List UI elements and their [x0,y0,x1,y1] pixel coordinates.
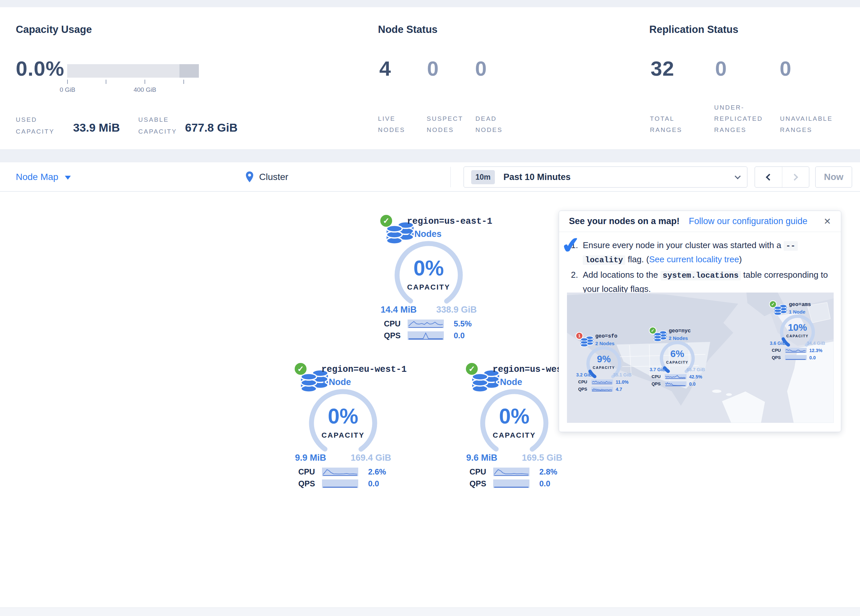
now-button[interactable]: Now [815,166,852,188]
total-capacity: 169.4 GiB [351,453,391,463]
used-capacity: 3.6 GiB [770,340,786,346]
dead-nodes-label: DEAD NODES [476,102,510,136]
cpu-value: 2.8% [539,467,557,476]
cpu-value: 42.5% [689,374,702,379]
node-map-canvas: ✓ region=us-east-1 2 Nodes 0% CAPACITY 1… [0,192,860,607]
code-locality-flag: -- [784,241,798,251]
total-ranges-count: 32 [651,56,674,80]
toolbar-divider [450,167,451,187]
locality-label: geo=ams [789,302,811,308]
live-nodes-label: LIVE NODES [378,102,409,136]
map-node-geo-ams[interactable]: ✓ geo=ams 1 Node 10% CAPACITY 3.6 GiB 34… [769,299,826,362]
cpu-label: CPU [578,379,587,384]
qps-value: 4.7 [616,387,622,392]
capacity-label: CAPACITY [287,431,399,440]
close-icon[interactable]: ✕ [824,216,831,227]
node-map-dashboard: Capacity Usage 0.0% 0 GiB 400 GiB USED C… [0,0,860,616]
locality-label: geo=nyc [669,328,691,334]
total-capacity: 338.9 GiB [436,305,477,315]
capacity-label: CAPACITY [458,431,570,440]
step-text: Add locations to the [583,270,661,280]
used-capacity: 9.6 MiB [466,453,497,463]
axis-tick-label: 0 GiB [48,86,87,94]
step-text: table corresponding to [741,270,828,280]
axis-tick [106,80,106,84]
capacity-label: CAPACITY [576,365,632,370]
time-range-select[interactable]: 10m Past 10 Minutes [464,166,747,188]
capacity-percent: 0% [458,404,570,428]
capacity-label: CAPACITY [373,283,485,292]
region-card-eu-west-1[interactable]: ✓ region=eu-west-1 1 Node 0% CAPACITY 9.… [287,362,399,491]
cpu-label: CPU [772,348,781,353]
unavailable-label: UNAVAILABLE RANGES [780,102,841,136]
view-dropdown[interactable]: Node Map [16,162,71,192]
map-node-geo-nyc[interactable]: ✓ geo=nyc 2 Nodes 6% CAPACITY 3.7 GiB 65… [649,326,706,389]
capacity-label: CAPACITY [649,361,706,364]
qps-value: 0.0 [809,355,816,361]
popup-title: See your nodes on a map! [569,216,680,226]
capacity-percent: 0% [287,404,399,428]
usable-capacity-value: 677.8 GiB [185,121,238,134]
locality-setup-popup: See your nodes on a map! Follow our conf… [559,211,841,432]
replication-status-title: Replication Status [649,24,738,36]
capacity-bar-reserved [179,64,199,78]
step-text: ) [739,254,742,264]
configuration-guide-link[interactable]: Follow our configuration guide [689,216,824,226]
qps-sparkline [785,355,807,360]
cpu-value: 12.3% [809,348,822,353]
cpu-sparkline [785,348,807,353]
cpu-label: CPU [298,467,315,476]
breadcrumb[interactable]: Cluster [245,162,289,192]
qps-label: QPS [772,355,781,360]
total-capacity: 169.5 GiB [522,453,562,463]
cpu-sparkline [408,320,444,328]
chevron-right-icon [791,173,798,180]
region-card-us-east-1[interactable]: ✓ region=us-east-1 2 Nodes 0% CAPACITY 1… [373,214,485,343]
breadcrumb-label: Cluster [259,172,289,182]
total-capacity: 35.1 GiB [613,372,631,378]
code-locality-flag: locality [583,255,625,265]
healthy-check-icon: ✓ [649,327,656,334]
axis-tick [67,80,68,84]
time-range-label: Past 10 Minutes [504,172,736,182]
node-count-link[interactable]: 1 Node [493,377,522,387]
qps-label: QPS [469,479,486,488]
node-status-title: Node Status [378,24,438,36]
chevron-left-icon [766,173,773,180]
cpu-label: CPU [651,374,661,379]
qps-label: QPS [651,381,661,386]
axis-tick [144,80,145,84]
step-back-button[interactable] [755,167,782,187]
healthy-check-icon: ✓ [769,301,777,308]
region-card-us-west-1[interactable]: ✓ region=us-west-1 1 Node 0% CAPACITY 9.… [458,362,570,491]
used-capacity-value: 33.9 MiB [73,121,120,134]
qps-sparkline [408,331,444,340]
capacity-bar [67,64,199,78]
total-capacity: 34.4 GiB [807,340,825,346]
under-replicated-count: 0 [715,56,727,80]
capacity-percent: 0.0% [16,56,64,80]
map-pin-icon [245,171,254,183]
region-label: region=eu-west-1 [321,365,406,375]
used-capacity: 3.2 GiB [576,372,592,378]
map-node-geo-sfo[interactable]: 1 geo=sfo 2 Nodes 9% CAPACITY 3.2 GiB 35… [576,331,632,394]
map-toolbar: Node Map Cluster 10m Past 10 Minutes Now [0,162,860,191]
total-ranges-label: TOTAL RANGES [650,102,689,136]
step-forward-button[interactable] [782,167,809,187]
capacity-percent: 0% [373,256,485,281]
chevron-down-icon [65,176,71,180]
total-capacity: 65.7 GiB [686,367,705,372]
used-capacity: 9.9 MiB [295,453,326,463]
live-nodes-count: 4 [379,56,391,80]
healthy-check-icon: ✓ [465,362,479,376]
qps-value: 0.0 [368,479,379,488]
cpu-value: 11.0% [616,379,629,385]
cpu-sparkline [591,379,613,384]
node-count-link[interactable]: 2 Nodes [407,229,441,239]
locality-tree-link[interactable]: See current locality tree [649,254,739,264]
qps-sparkline [591,387,613,392]
used-capacity: 14.4 MiB [381,305,417,315]
node-count-link[interactable]: 1 Node [321,377,351,387]
qps-sparkline [665,381,686,386]
time-range-badge: 10m [471,170,495,184]
